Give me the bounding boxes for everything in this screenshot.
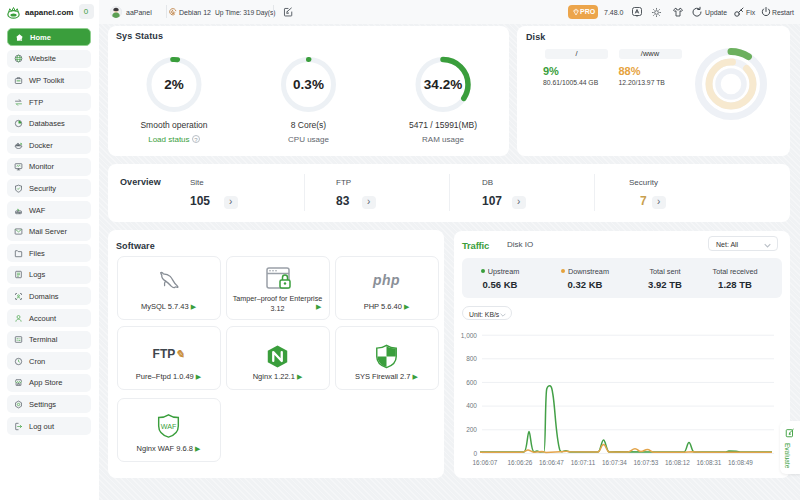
- svg-text:16:08:12: 16:08:12: [665, 459, 690, 466]
- svg-text:16:06:26: 16:06:26: [508, 459, 533, 466]
- svg-text:200: 200: [466, 426, 477, 433]
- svg-text:0: 0: [473, 450, 477, 457]
- svg-text:1,000: 1,000: [461, 332, 478, 339]
- svg-text:16:08:49: 16:08:49: [728, 459, 753, 466]
- svg-text:16:06:47: 16:06:47: [539, 459, 564, 466]
- svg-text:16:07:34: 16:07:34: [602, 459, 627, 466]
- svg-text:800: 800: [466, 355, 477, 362]
- svg-text:400: 400: [466, 402, 477, 409]
- svg-text:16:07:11: 16:07:11: [571, 459, 596, 466]
- svg-text:16:06:07: 16:06:07: [473, 459, 498, 466]
- svg-text:16:08:31: 16:08:31: [697, 459, 722, 466]
- svg-text:16:07:53: 16:07:53: [634, 459, 659, 466]
- svg-text:WAF: WAF: [161, 423, 177, 431]
- svg-text:600: 600: [466, 379, 477, 386]
